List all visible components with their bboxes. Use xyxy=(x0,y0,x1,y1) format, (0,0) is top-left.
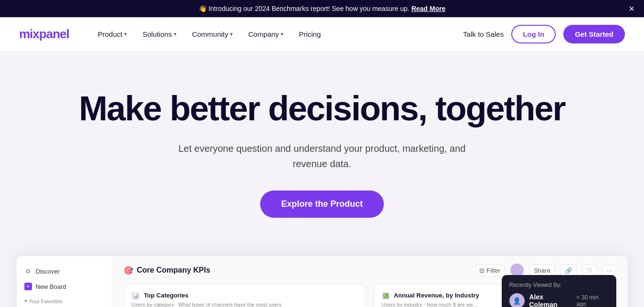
board-emoji: 🎯 xyxy=(124,266,133,275)
tooltip-user-name: Alex Coleman xyxy=(529,293,572,307)
discover-icon: ⊙ xyxy=(24,267,32,275)
hero-subtext: Let everyone question and understand you… xyxy=(174,141,470,171)
sidebar: ⊙ Discover + New Board ▾ Your Favorites … xyxy=(17,256,112,307)
announcement-text: Introducing our 2024 Benchmarks report! … xyxy=(209,5,410,12)
board-name: Core Company KPIs xyxy=(137,266,211,275)
chevron-down-icon: ▾ xyxy=(24,298,27,304)
card-top-categories[interactable]: 📊 Top Categories Users by category · Wha… xyxy=(124,285,366,307)
sidebar-item-discover[interactable]: ⊙ Discover xyxy=(17,264,112,279)
hero-section: Make better decisions, together Let ever… xyxy=(0,52,644,237)
announcement-emoji: 👋 xyxy=(199,5,207,12)
announcement-bar: 👋 Introducing our 2024 Benchmarks report… xyxy=(0,0,644,17)
navbar: mixpanel Product ▾ Solutions ▾ Community… xyxy=(0,17,644,52)
main-content: 🎯 Core Company KPIs ⊟ Filter Share 🔗 ♡ ·… xyxy=(112,256,628,307)
announcement-link[interactable]: Read More xyxy=(412,5,446,12)
login-button[interactable]: Log In xyxy=(511,25,556,43)
recently-viewed-tooltip: Recently Viewed By: 👤 Alex Coleman < 30 … xyxy=(502,275,616,307)
chevron-down-icon: ▾ xyxy=(124,31,127,37)
like-button[interactable]: ♡ xyxy=(582,265,597,276)
card-subtitle: Users by category · What types of channe… xyxy=(132,302,358,307)
more-button[interactable]: ··· xyxy=(602,265,616,276)
tooltip-user: 👤 Alex Coleman < 30 min ago xyxy=(509,293,609,307)
chevron-down-icon: ▾ xyxy=(230,31,233,37)
talk-to-sales-link[interactable]: Talk to Sales xyxy=(463,30,504,38)
favorites-section: ▾ Your Favorites xyxy=(17,294,112,306)
filter-icon: ⊟ xyxy=(479,267,485,274)
new-board-icon: + xyxy=(24,283,32,290)
preview-container: ⊙ Discover + New Board ▾ Your Favorites … xyxy=(17,256,628,307)
sidebar-item-new-board[interactable]: + New Board xyxy=(17,279,112,294)
nav-right: Talk to Sales Log In Get Started xyxy=(463,25,625,43)
dashboard-preview: ⊙ Discover + New Board ▾ Your Favorites … xyxy=(0,237,644,307)
share-button[interactable]: Share xyxy=(529,265,555,276)
board-title: 🎯 Core Company KPIs xyxy=(124,266,211,275)
logo[interactable]: mixpanel xyxy=(19,27,69,42)
nav-solutions[interactable]: Solutions ▾ xyxy=(137,26,182,42)
chevron-down-icon: ▾ xyxy=(281,31,284,37)
link-icon[interactable]: 🔗 xyxy=(560,265,577,276)
get-started-button[interactable]: Get Started xyxy=(563,25,625,43)
announcement-close[interactable]: × xyxy=(629,4,634,13)
tooltip-time: < 30 min ago xyxy=(577,294,609,307)
nav-links: Product ▾ Solutions ▾ Community ▾ Compan… xyxy=(92,26,463,42)
nav-community[interactable]: Community ▾ xyxy=(186,26,239,42)
chart-icon: 📊 xyxy=(132,292,139,300)
nav-product[interactable]: Product ▾ xyxy=(92,26,133,42)
chevron-down-icon: ▾ xyxy=(174,31,177,37)
explore-product-button[interactable]: Explore the Product xyxy=(260,191,384,218)
revenue-icon: 💹 xyxy=(382,292,390,300)
card-title: 📊 Top Categories xyxy=(132,292,358,300)
filter-button[interactable]: ⊟ Filter xyxy=(475,265,505,276)
nav-pricing[interactable]: Pricing xyxy=(293,26,327,42)
hero-headline: Make better decisions, together xyxy=(60,90,585,127)
avatar: 👤 xyxy=(509,293,525,307)
nav-company[interactable]: Company ▾ xyxy=(243,26,289,42)
tooltip-title: Recently Viewed By: xyxy=(509,282,609,288)
